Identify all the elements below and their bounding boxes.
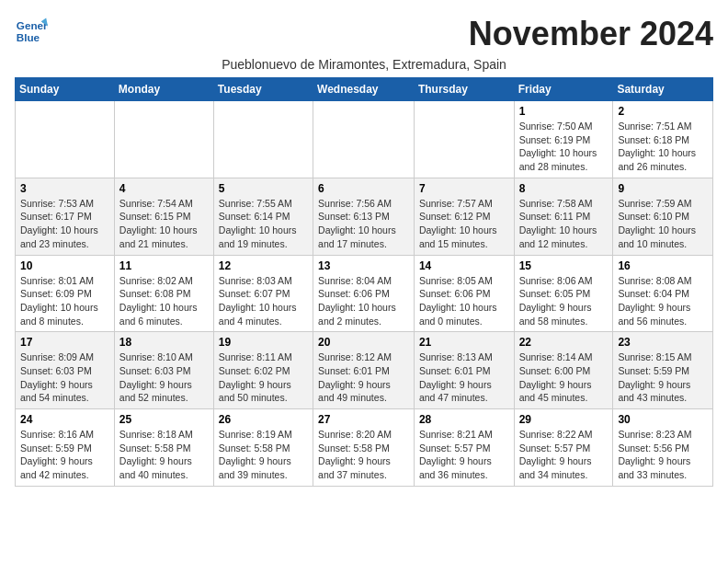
- calendar-cell: 4Sunrise: 7:54 AM Sunset: 6:15 PM Daylig…: [114, 178, 213, 255]
- day-info: Sunrise: 8:14 AM Sunset: 6:00 PM Dayligh…: [519, 350, 609, 405]
- calendar-cell: 30Sunrise: 8:23 AM Sunset: 5:56 PM Dayli…: [613, 409, 713, 487]
- calendar-cell: 29Sunrise: 8:22 AM Sunset: 5:57 PM Dayli…: [514, 409, 613, 487]
- day-number: 11: [119, 259, 209, 272]
- day-info: Sunrise: 8:02 AM Sunset: 6:08 PM Dayligh…: [119, 274, 209, 328]
- calendar-cell: 25Sunrise: 8:18 AM Sunset: 5:58 PM Dayli…: [114, 409, 213, 487]
- col-tuesday: Tuesday: [213, 78, 313, 101]
- day-number: 24: [20, 413, 109, 426]
- day-number: 8: [519, 182, 609, 195]
- day-info: Sunrise: 8:13 AM Sunset: 6:01 PM Dayligh…: [419, 350, 509, 405]
- day-info: Sunrise: 7:50 AM Sunset: 6:19 PM Dayligh…: [519, 120, 609, 174]
- day-number: 15: [519, 259, 609, 272]
- calendar-cell: 24Sunrise: 8:16 AM Sunset: 5:59 PM Dayli…: [16, 409, 115, 487]
- day-number: 20: [318, 336, 409, 349]
- header-row: Sunday Monday Tuesday Wednesday Thursday…: [16, 78, 713, 101]
- day-info: Sunrise: 8:03 AM Sunset: 6:07 PM Dayligh…: [219, 274, 308, 328]
- day-info: Sunrise: 7:55 AM Sunset: 6:14 PM Dayligh…: [219, 197, 308, 251]
- calendar-cell: 7Sunrise: 7:57 AM Sunset: 6:12 PM Daylig…: [414, 178, 514, 255]
- calendar-cell: 5Sunrise: 7:55 AM Sunset: 6:14 PM Daylig…: [213, 178, 313, 255]
- day-info: Sunrise: 8:19 AM Sunset: 5:58 PM Dayligh…: [219, 428, 308, 482]
- calendar-cell: 10Sunrise: 8:01 AM Sunset: 6:09 PM Dayli…: [16, 255, 115, 332]
- calendar-week-5: 24Sunrise: 8:16 AM Sunset: 5:59 PM Dayli…: [16, 409, 713, 487]
- day-info: Sunrise: 7:54 AM Sunset: 6:15 PM Dayligh…: [119, 197, 209, 251]
- col-wednesday: Wednesday: [313, 78, 415, 101]
- svg-text:Blue: Blue: [17, 31, 40, 43]
- col-saturday: Saturday: [613, 78, 713, 101]
- calendar-cell: 26Sunrise: 8:19 AM Sunset: 5:58 PM Dayli…: [213, 409, 313, 487]
- day-number: 23: [618, 336, 708, 349]
- day-info: Sunrise: 8:16 AM Sunset: 5:59 PM Dayligh…: [20, 428, 109, 482]
- calendar-cell: 2Sunrise: 7:51 AM Sunset: 6:18 PM Daylig…: [613, 101, 713, 178]
- day-info: Sunrise: 8:23 AM Sunset: 5:56 PM Dayligh…: [618, 428, 708, 482]
- calendar-week-3: 10Sunrise: 8:01 AM Sunset: 6:09 PM Dayli…: [16, 255, 713, 332]
- day-number: 6: [318, 182, 409, 195]
- day-info: Sunrise: 8:06 AM Sunset: 6:05 PM Dayligh…: [519, 274, 609, 328]
- calendar-cell: 28Sunrise: 8:21 AM Sunset: 5:57 PM Dayli…: [414, 409, 514, 487]
- calendar-cell: 8Sunrise: 7:58 AM Sunset: 6:11 PM Daylig…: [514, 178, 613, 255]
- day-number: 14: [419, 259, 509, 272]
- day-number: 27: [318, 413, 409, 426]
- day-info: Sunrise: 8:22 AM Sunset: 5:57 PM Dayligh…: [519, 428, 609, 482]
- day-number: 5: [219, 182, 308, 195]
- calendar-cell: 15Sunrise: 8:06 AM Sunset: 6:05 PM Dayli…: [514, 255, 613, 332]
- day-info: Sunrise: 7:51 AM Sunset: 6:18 PM Dayligh…: [618, 120, 708, 174]
- calendar-cell: 17Sunrise: 8:09 AM Sunset: 6:03 PM Dayli…: [16, 332, 115, 409]
- calendar-cell: 14Sunrise: 8:05 AM Sunset: 6:06 PM Dayli…: [414, 255, 514, 332]
- calendar-cell: 18Sunrise: 8:10 AM Sunset: 6:03 PM Dayli…: [114, 332, 213, 409]
- calendar-cell: 23Sunrise: 8:15 AM Sunset: 5:59 PM Dayli…: [613, 332, 713, 409]
- day-info: Sunrise: 8:04 AM Sunset: 6:06 PM Dayligh…: [318, 274, 409, 328]
- day-number: 13: [318, 259, 409, 272]
- month-title: November 2024: [469, 15, 713, 53]
- day-info: Sunrise: 7:53 AM Sunset: 6:17 PM Dayligh…: [20, 197, 109, 251]
- day-number: 22: [519, 336, 609, 349]
- page-header: General Blue November 2024: [15, 15, 713, 53]
- calendar-cell: 3Sunrise: 7:53 AM Sunset: 6:17 PM Daylig…: [16, 178, 115, 255]
- calendar-cell: 12Sunrise: 8:03 AM Sunset: 6:07 PM Dayli…: [213, 255, 313, 332]
- calendar-cell: [213, 101, 313, 178]
- day-info: Sunrise: 8:10 AM Sunset: 6:03 PM Dayligh…: [119, 350, 209, 405]
- day-number: 19: [219, 336, 308, 349]
- day-number: 1: [519, 105, 609, 118]
- day-number: 17: [20, 336, 109, 349]
- logo-icon: General Blue: [15, 15, 48, 48]
- day-number: 4: [119, 182, 209, 195]
- calendar-cell: 6Sunrise: 7:56 AM Sunset: 6:13 PM Daylig…: [313, 178, 415, 255]
- day-number: 2: [618, 105, 708, 118]
- col-friday: Friday: [514, 78, 613, 101]
- calendar-cell: 22Sunrise: 8:14 AM Sunset: 6:00 PM Dayli…: [514, 332, 613, 409]
- day-info: Sunrise: 8:09 AM Sunset: 6:03 PM Dayligh…: [20, 350, 109, 405]
- calendar-cell: 9Sunrise: 7:59 AM Sunset: 6:10 PM Daylig…: [613, 178, 713, 255]
- day-info: Sunrise: 8:11 AM Sunset: 6:02 PM Dayligh…: [219, 350, 308, 405]
- day-info: Sunrise: 8:12 AM Sunset: 6:01 PM Dayligh…: [318, 350, 409, 405]
- day-info: Sunrise: 8:08 AM Sunset: 6:04 PM Dayligh…: [618, 274, 708, 328]
- calendar-cell: 19Sunrise: 8:11 AM Sunset: 6:02 PM Dayli…: [213, 332, 313, 409]
- day-number: 21: [419, 336, 509, 349]
- calendar-body: 1Sunrise: 7:50 AM Sunset: 6:19 PM Daylig…: [16, 101, 713, 487]
- day-number: 16: [618, 259, 708, 272]
- day-info: Sunrise: 8:15 AM Sunset: 5:59 PM Dayligh…: [618, 350, 708, 405]
- day-number: 7: [419, 182, 509, 195]
- calendar-week-1: 1Sunrise: 7:50 AM Sunset: 6:19 PM Daylig…: [16, 101, 713, 178]
- day-info: Sunrise: 7:57 AM Sunset: 6:12 PM Dayligh…: [419, 197, 509, 251]
- day-info: Sunrise: 8:05 AM Sunset: 6:06 PM Dayligh…: [419, 274, 509, 328]
- calendar-cell: 27Sunrise: 8:20 AM Sunset: 5:58 PM Dayli…: [313, 409, 415, 487]
- day-number: 25: [119, 413, 209, 426]
- day-number: 29: [519, 413, 609, 426]
- day-number: 30: [618, 413, 708, 426]
- calendar-cell: 1Sunrise: 7:50 AM Sunset: 6:19 PM Daylig…: [514, 101, 613, 178]
- day-number: 3: [20, 182, 109, 195]
- calendar-table: Sunday Monday Tuesday Wednesday Thursday…: [15, 77, 713, 487]
- calendar-cell: [313, 101, 415, 178]
- day-number: 28: [419, 413, 509, 426]
- day-info: Sunrise: 8:01 AM Sunset: 6:09 PM Dayligh…: [20, 274, 109, 328]
- day-info: Sunrise: 7:59 AM Sunset: 6:10 PM Dayligh…: [618, 197, 708, 251]
- calendar-cell: 16Sunrise: 8:08 AM Sunset: 6:04 PM Dayli…: [613, 255, 713, 332]
- calendar-header: Sunday Monday Tuesday Wednesday Thursday…: [16, 78, 713, 101]
- col-thursday: Thursday: [414, 78, 514, 101]
- day-info: Sunrise: 7:58 AM Sunset: 6:11 PM Dayligh…: [519, 197, 609, 251]
- calendar-cell: 21Sunrise: 8:13 AM Sunset: 6:01 PM Dayli…: [414, 332, 514, 409]
- location-subtitle: Pueblonuevo de Miramontes, Extremadura, …: [15, 57, 713, 72]
- calendar-cell: [114, 101, 213, 178]
- col-sunday: Sunday: [16, 78, 115, 101]
- calendar-cell: 13Sunrise: 8:04 AM Sunset: 6:06 PM Dayli…: [313, 255, 415, 332]
